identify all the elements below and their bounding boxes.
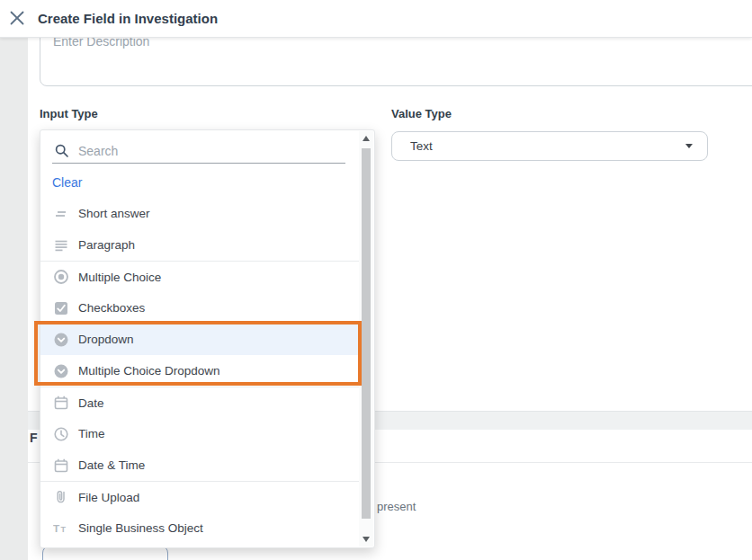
input-type-label: Input Type [40,107,98,120]
value-type-label: Value Type [391,107,452,120]
page-left-gutter [0,37,28,560]
input-type-option-time[interactable]: Time [40,418,359,449]
input-type-option-file-upload[interactable]: File Upload [40,481,359,512]
input-type-option-label: Date [78,396,104,410]
input-type-option-label: File Upload [78,491,139,504]
panel-scrollbar [359,131,373,547]
input-type-option-date[interactable]: Date [40,387,359,418]
hidden-section-heading-fragment: F [30,431,38,445]
input-type-option-label: Checkboxes [78,301,145,315]
hidden-row-text-fragment: present [377,500,416,513]
input-type-option-label: Short answer [78,207,150,220]
input-type-option-label: Multiple Choice [78,271,161,284]
input-type-option-label: Single Business Object [78,521,203,535]
modal-header: Create Field in Investigation [0,0,752,38]
multiple-choice-radio-icon [53,269,69,285]
calendar-icon [53,395,69,411]
input-type-option-multiple-choice[interactable]: Multiple Choice [40,261,359,292]
checkboxes-icon [53,300,69,316]
search-underline [52,163,345,164]
input-type-option-short-answer[interactable]: Short answer [40,198,359,229]
input-type-dropdown-panel: Clear Short answerParagraphMultiple Choi… [40,129,375,548]
input-type-option-single-business-object[interactable]: TTSingle Business Object [40,512,359,544]
clear-link[interactable]: Clear [52,175,82,190]
input-type-option-dropdown[interactable]: Dropdown [40,324,359,355]
input-type-option-multiple-choice-dropdown[interactable]: Multiple Choice Dropdown [40,355,359,387]
paragraph-icon [53,237,69,253]
short-answer-icon [53,206,69,222]
close-icon[interactable] [7,8,27,28]
chevron-down-icon [685,144,693,148]
scrollbar-down-arrow[interactable] [359,532,373,547]
input-type-list: Short answerParagraphMultiple ChoiceChec… [40,198,359,544]
clock-icon [53,426,69,442]
modal-title: Create Field in Investigation [38,0,218,37]
scrollbar-thumb[interactable] [362,148,371,519]
input-type-option-label: Time [78,427,105,440]
text-object-icon: TT [53,520,69,537]
svg-text:T: T [61,525,67,534]
input-type-option-label: Multiple Choice Dropdown [78,364,220,378]
calendar-icon [53,458,69,474]
search-icon [54,143,70,159]
dropdown-circle-icon [53,332,69,348]
input-type-option-label: Dropdown [78,333,134,346]
search-input[interactable] [76,140,341,162]
paperclip-icon [53,489,69,505]
input-type-option-paragraph[interactable]: Paragraph [40,229,359,261]
svg-text:T: T [53,522,60,534]
input-type-option-label: Paragraph [78,238,135,252]
value-type-select[interactable]: Text [391,131,708,161]
value-type-selected-value: Text [410,139,433,153]
input-type-option-label: Date & Time [78,458,145,472]
input-type-option-checkboxes[interactable]: Checkboxes [40,292,359,324]
create-field-modal: Input Type Value Type Text F present Cle… [0,0,752,560]
dropdown-circle-icon [53,363,69,379]
input-type-option-date-time[interactable]: Date & Time [40,449,359,481]
scrollbar-up-arrow[interactable] [359,131,373,146]
